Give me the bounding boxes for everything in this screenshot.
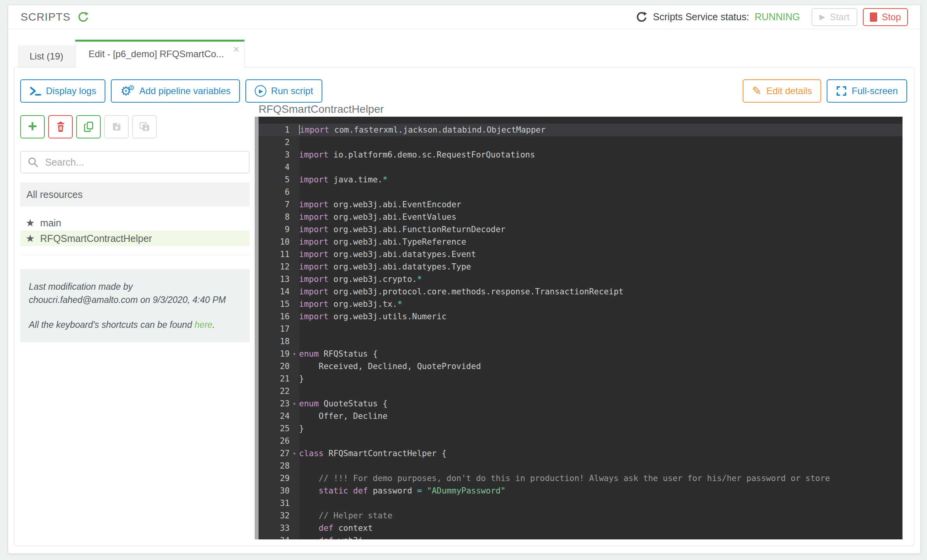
delete-resource-button[interactable]	[48, 115, 73, 138]
full-screen-button[interactable]: Full-screen	[827, 79, 907, 103]
code-line[interactable]: 9import org.web3j.abi.FunctionReturnDeco…	[259, 223, 903, 236]
line-number: 15	[259, 298, 290, 310]
pencil-icon: ✎	[752, 85, 762, 97]
code-line[interactable]: 7import org.web3j.abi.EventEncoder	[259, 198, 903, 211]
code-line[interactable]: 34 def web3j	[259, 534, 903, 539]
code-lines: 1import com.fasterxml.jackson.databind.O…	[259, 124, 903, 539]
fold-spacer	[290, 149, 299, 161]
gutter: 5	[259, 173, 299, 186]
fold-spacer	[290, 460, 299, 472]
gutter: 21	[259, 373, 299, 385]
code-line[interactable]: 23▾enum QuoteStatus {	[259, 397, 903, 410]
code-editor[interactable]: 1import com.fasterxml.jackson.databind.O…	[255, 117, 903, 539]
line-number: 13	[259, 273, 290, 285]
fold-spacer	[290, 385, 299, 397]
fold-spacer	[290, 410, 299, 422]
gutter: 6	[259, 186, 299, 198]
code-line[interactable]: 1import com.fasterxml.jackson.databind.O…	[259, 124, 903, 136]
run-script-button[interactable]: ▶ Run script	[245, 79, 322, 103]
line-number: 3	[259, 149, 290, 161]
code-line[interactable]: 5import java.time.*	[259, 173, 903, 186]
code-line[interactable]: 8import org.web3j.abi.EventValues	[259, 211, 903, 223]
shortcuts-note: All the keyboard's shortcuts can be foun…	[29, 318, 241, 331]
gutter: 18	[259, 335, 299, 348]
fold-spacer	[290, 509, 299, 522]
trash-icon	[56, 121, 66, 132]
line-number: 23	[259, 397, 290, 410]
gutter: 16	[259, 310, 299, 323]
code-line[interactable]: 29 // !!! For demo purposes, don't do th…	[259, 472, 903, 485]
gutter: 3	[259, 149, 299, 161]
service-refresh-icon[interactable]	[636, 11, 647, 23]
code-line[interactable]: 13import org.web3j.crypto.*	[259, 273, 903, 285]
copy-resource-button[interactable]	[76, 115, 101, 138]
code-line[interactable]: 20 Received, Declined, QuoteProvided	[259, 360, 903, 373]
code-line[interactable]: 30 static def password = "ADummyPassword…	[259, 485, 903, 497]
stop-button[interactable]: Stop	[863, 8, 908, 26]
line-number: 26	[259, 435, 290, 447]
code-line[interactable]: 3import io.platform6.demo.sc.RequestForQ…	[259, 149, 903, 161]
code-line[interactable]: 27▾class RFQSmartContractHelper {	[259, 447, 903, 460]
workspace: +	[14, 103, 914, 539]
edit-details-button[interactable]: ✎ Edit details	[743, 79, 822, 103]
code-line[interactable]: 22	[259, 385, 903, 397]
code-line[interactable]: 15import org.web3j.tx.*	[259, 298, 903, 310]
fold-arrow-icon[interactable]: ▾	[290, 397, 299, 410]
start-button[interactable]: ▶ Start	[812, 8, 857, 26]
code-line[interactable]: 24 Offer, Decline	[259, 410, 903, 422]
code-line[interactable]: 11import org.web3j.abi.datatypes.Event	[259, 248, 903, 261]
resource-list: ★ main ★ RFQSmartContractHelper	[20, 215, 250, 246]
gutter: 14	[259, 285, 299, 298]
add-pipeline-variables-button[interactable]: ⚙⚙ Add pipeline variables	[111, 79, 240, 103]
gutter: 7	[259, 198, 299, 211]
fold-arrow-icon[interactable]: ▾	[290, 348, 299, 360]
display-logs-button[interactable]: Display logs	[20, 79, 105, 103]
resource-item-main[interactable]: ★ main	[20, 215, 250, 231]
scripts-card: SCRIPTS Scripts Service status: RUNNING …	[8, 5, 921, 554]
search-input[interactable]	[20, 151, 250, 173]
code-line[interactable]: 19▾enum RFQStatus {	[259, 348, 903, 360]
gutter: 17	[259, 323, 299, 335]
add-resource-button[interactable]: +	[20, 115, 45, 138]
line-number: 11	[259, 248, 290, 261]
fold-spacer	[290, 373, 299, 385]
code-line[interactable]: 33 def context	[259, 522, 903, 534]
code-text: import org.web3j.tx.*	[299, 298, 402, 310]
gears-icon: ⚙⚙	[120, 85, 135, 97]
fold-spacer	[290, 285, 299, 298]
code-line[interactable]: 28	[259, 460, 903, 472]
code-text: import io.platform6.demo.sc.RequestForQu…	[299, 149, 535, 161]
code-line[interactable]: 16import org.web3j.utils.Numeric	[259, 310, 903, 323]
close-icon[interactable]: ×	[233, 44, 239, 55]
shortcuts-link[interactable]: here	[194, 320, 212, 330]
tab-list[interactable]: List (19)	[18, 46, 75, 67]
tab-edit[interactable]: Edit - [p6_demo] RFQSmartCo... ×	[75, 40, 245, 68]
resource-item-rfqsmartcontracthelper[interactable]: ★ RFQSmartContractHelper	[20, 231, 250, 246]
line-number: 21	[259, 373, 290, 385]
code-line[interactable]: 26	[259, 435, 903, 447]
save-resource-button[interactable]	[104, 115, 129, 138]
code-line[interactable]: 2	[259, 136, 903, 149]
code-line[interactable]: 17	[259, 323, 903, 335]
code-text: import com.fasterxml.jackson.databind.Ob…	[299, 124, 546, 136]
code-line[interactable]: 21}	[259, 373, 903, 385]
code-line[interactable]: 6	[259, 186, 903, 198]
code-text: import org.web3j.abi.TypeReference	[299, 236, 466, 248]
code-text: static def password = "ADummyPassword"	[299, 485, 505, 497]
code-line[interactable]: 4	[259, 161, 903, 173]
code-line[interactable]: 14import org.web3j.protocol.core.methods…	[259, 285, 903, 298]
code-line[interactable]: 12import org.web3j.abi.datatypes.Type	[259, 261, 903, 273]
code-line[interactable]: 18	[259, 335, 903, 348]
resources-sidebar: +	[20, 115, 250, 342]
refresh-icon[interactable]	[77, 11, 89, 23]
code-line[interactable]: 31	[259, 497, 903, 509]
code-line[interactable]: 25}	[259, 422, 903, 435]
line-number: 27	[259, 447, 290, 460]
fold-arrow-icon[interactable]: ▾	[290, 447, 299, 460]
code-line[interactable]: 10import org.web3j.abi.TypeReference	[259, 236, 903, 248]
editor-title: RFQSmartContractHelper	[255, 103, 903, 116]
code-text: import org.web3j.abi.datatypes.Type	[299, 261, 471, 273]
code-line[interactable]: 32 // Helper state	[259, 509, 903, 522]
save-all-button[interactable]	[132, 115, 157, 138]
editor-scrollbar[interactable]	[255, 117, 259, 539]
